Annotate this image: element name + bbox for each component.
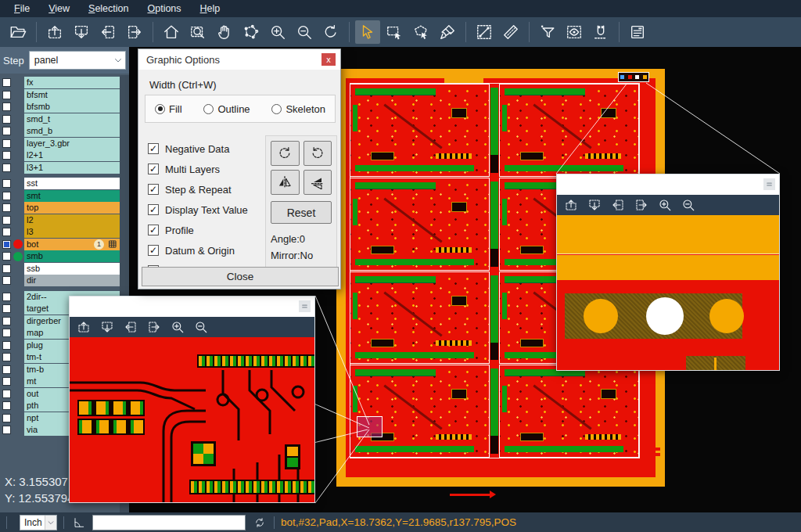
report-tool-button[interactable] (625, 20, 650, 44)
layer-row-smd_b[interactable]: smd_b (0, 125, 120, 138)
layer-visibility-checkbox[interactable] (2, 252, 11, 261)
zoom-window-left[interactable] (69, 296, 315, 503)
checkbox-row-negative-data[interactable]: ✓Negative Data (148, 138, 248, 159)
layer-row-sst[interactable]: sst (0, 178, 120, 190)
select-rect-tool-button[interactable] (382, 20, 407, 44)
pcb-board[interactable] (350, 365, 489, 457)
layer-active-indicator[interactable] (13, 252, 23, 261)
zoom-window-right-view[interactable] (557, 215, 779, 370)
layer-active-indicator[interactable] (13, 239, 23, 249)
radio-button[interactable] (203, 104, 214, 114)
pcb-board[interactable] (350, 84, 489, 176)
layer-visibility-checkbox[interactable] (2, 341, 11, 350)
zoom-in-tool-button[interactable] (657, 197, 673, 213)
zoom-previous-tool-button[interactable] (318, 20, 343, 44)
layer-row-l2[interactable]: l2 (0, 214, 120, 227)
layer-visibility-checkbox[interactable] (2, 240, 11, 249)
layer-row-l3[interactable]: l3 (0, 226, 120, 239)
layer-visibility-checkbox[interactable] (2, 203, 11, 212)
layer-name[interactable]: bot1 (24, 239, 120, 250)
layer-visibility-checkbox[interactable] (2, 401, 11, 410)
layer-name[interactable]: smt (24, 190, 120, 202)
filter-tool-button[interactable] (535, 20, 560, 44)
move-up-tool-button[interactable] (563, 197, 579, 213)
layer-name[interactable]: smb (24, 250, 120, 262)
layer-visibility-checkbox[interactable] (2, 426, 11, 434)
layer-row-layer_3.gbr[interactable]: layer_3.gbr (0, 138, 120, 150)
rotate-ccw-button[interactable] (304, 141, 332, 166)
layer-visibility-checkbox[interactable] (2, 91, 11, 99)
zoom-window-left-titlebar[interactable] (70, 297, 314, 317)
layer-visibility-checkbox[interactable] (2, 414, 11, 422)
layer-visibility-checkbox[interactable] (2, 164, 11, 172)
checkbox[interactable]: ✓ (148, 204, 159, 215)
ruler-tool-button[interactable] (498, 20, 523, 44)
layer-row-smt[interactable]: smt (0, 190, 120, 203)
radio-skeleton[interactable]: Skeleton (271, 103, 325, 115)
layer-visibility-checkbox[interactable] (2, 365, 11, 374)
checkbox[interactable]: ✓ (148, 143, 159, 154)
select-tool-button[interactable] (355, 20, 380, 44)
layer-row-smd_t[interactable]: smd_t (0, 113, 120, 126)
checkbox-row-display-text-value[interactable]: ✓Display Text Value (148, 200, 248, 220)
zoom-window-right-titlebar[interactable] (557, 174, 779, 195)
radio-button[interactable] (155, 104, 165, 114)
pan-tool-button[interactable] (212, 20, 237, 44)
sync-icon[interactable] (252, 515, 268, 530)
layer-row-bfsmt[interactable]: bfsmt (0, 89, 120, 102)
measure-tool-button[interactable] (472, 20, 497, 44)
layer-visibility-checkbox[interactable] (2, 293, 11, 301)
view-options-tool-button[interactable] (562, 20, 587, 44)
select-polygon-tool-button[interactable] (408, 20, 433, 44)
zoom-window-right[interactable] (556, 174, 780, 371)
close-icon[interactable]: x (321, 53, 336, 66)
move-left-tool-button[interactable] (95, 20, 120, 44)
radio-fill[interactable]: Fill (155, 103, 182, 115)
move-up-tool-button[interactable] (76, 319, 92, 335)
menu-item-help[interactable]: Help (191, 3, 230, 14)
layer-row-l3+1[interactable]: l3+1 (0, 162, 120, 174)
pcb-board[interactable] (350, 178, 489, 270)
window-menu-icon[interactable] (763, 178, 775, 190)
layer-row-bfsmb[interactable]: bfsmb (0, 101, 120, 113)
zoom-in-tool-button[interactable] (265, 20, 290, 44)
layer-visibility-checkbox[interactable] (2, 228, 11, 236)
layer-row-dir[interactable]: dir (0, 275, 120, 287)
zoom-out-tool-button[interactable] (193, 319, 209, 335)
checkbox[interactable]: ✓ (148, 164, 159, 174)
zoom-window-left-view[interactable] (70, 337, 314, 502)
layer-name[interactable]: ssb (24, 263, 120, 275)
layer-visibility-checkbox[interactable] (2, 179, 11, 188)
checkbox[interactable]: ✓ (148, 245, 159, 256)
checkbox[interactable]: ✓ (148, 184, 159, 195)
layer-visibility-checkbox[interactable] (2, 115, 11, 124)
move-down-tool-button[interactable] (587, 197, 602, 213)
layer-row-l2+1[interactable]: l2+1 (0, 149, 120, 162)
layer-visibility-checkbox[interactable] (2, 216, 11, 225)
zoom-in-tool-button[interactable] (170, 319, 185, 335)
command-input[interactable] (92, 515, 246, 530)
move-up-tool-button[interactable] (42, 20, 67, 44)
layer-name[interactable]: layer_3.gbr (24, 138, 120, 149)
layer-name[interactable]: l3 (24, 226, 120, 238)
window-menu-icon[interactable] (299, 300, 311, 312)
layer-visibility-checkbox[interactable] (2, 102, 11, 111)
zoom-out-tool-button[interactable] (681, 197, 696, 213)
checkbox-row-multi-layers[interactable]: ✓Multi Layers (148, 159, 248, 179)
layer-visibility-checkbox[interactable] (2, 317, 11, 325)
layer-row-top[interactable]: top (0, 202, 120, 214)
layer-visibility-checkbox[interactable] (2, 390, 11, 398)
dialog-titlebar[interactable]: Graphic Options x (138, 49, 340, 70)
checkbox-row-datum-origin[interactable]: ✓Datum & Origin (148, 240, 248, 261)
layer-visibility-checkbox[interactable] (2, 127, 11, 135)
layer-name[interactable]: sst (24, 178, 120, 189)
close-button[interactable]: Close (142, 267, 339, 286)
layer-name[interactable]: smd_b (24, 125, 120, 137)
layer-visibility-checkbox[interactable] (2, 139, 11, 148)
mirror-vertical-button[interactable] (271, 170, 300, 195)
open-tool-button[interactable] (5, 20, 31, 44)
reset-button[interactable]: Reset (271, 201, 332, 224)
pcb-board[interactable] (500, 365, 638, 457)
menu-item-view[interactable]: View (39, 3, 79, 14)
move-down-tool-button[interactable] (69, 20, 94, 44)
